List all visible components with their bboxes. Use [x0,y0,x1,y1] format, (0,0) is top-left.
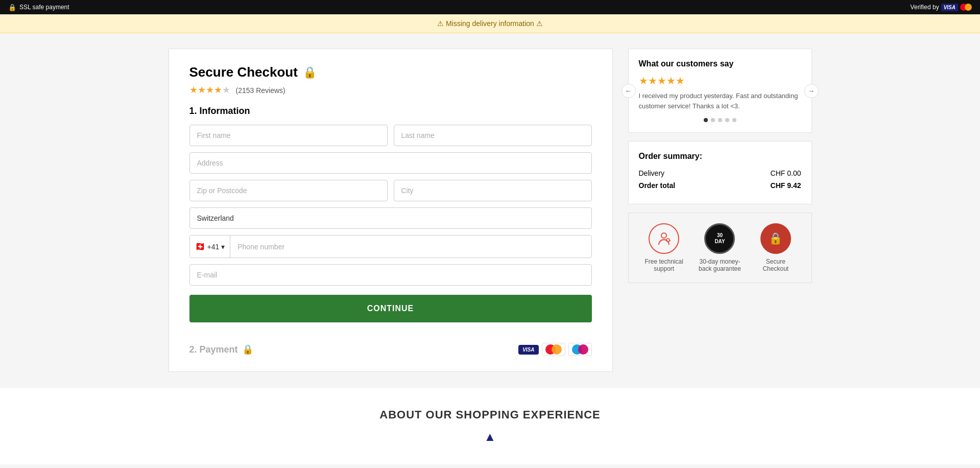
badge-support: Free technical support [641,223,687,272]
warning-banner: ⚠ Missing delivery information ⚠ [0,14,980,33]
order-summary-title: Order summary: [639,152,801,161]
verified-container: Verified by VISA [911,4,972,11]
ssl-label: SSL safe payment [19,4,69,11]
payment-cards: VISA [518,343,591,356]
about-arrow: ▲ [10,430,970,444]
right-arrow-icon: → [808,87,815,95]
continue-button[interactable]: CONTINUE [189,295,592,322]
verified-label: Verified by [911,4,939,11]
delivery-value: CHF 0.00 [771,169,801,177]
total-row: Order total CHF 9.42 [639,181,801,190]
dot-3[interactable] [718,118,722,122]
ssl-label-container: 🔒 SSL safe payment [8,4,69,11]
review-stars: ★★★★★ [639,75,801,87]
phone-dropdown-icon: ▾ [221,243,225,251]
order-summary: Order summary: Delivery CHF 0.00 Order t… [628,141,812,204]
badge-guarantee-label: 30-day money-back guarantee [697,258,743,272]
checkout-title-container: Secure Checkout 🔒 [189,64,592,80]
main-layout: Secure Checkout 🔒 ★★★★★ (2153 Reviews) 1… [158,33,822,387]
name-row [189,125,592,146]
about-section: ABOUT OUR SHOPPING EXPERIENCE ▲ [0,387,980,464]
mastercard-icon [542,343,565,356]
dot-4[interactable] [725,118,729,122]
country-input[interactable] [189,207,592,229]
svg-point-0 [661,233,666,238]
mastercard-logo [960,4,972,11]
badge-secure: 🔒 Secure Checkout [753,223,799,272]
top-bar: 🔒 SSL safe payment Verified by VISA [0,0,980,14]
prev-review-button[interactable]: ← [622,84,636,98]
total-value: CHF 9.42 [771,181,801,190]
email-row [189,264,592,286]
flag-icon: 🇨🇭 [195,242,205,251]
about-title: ABOUT OUR SHOPPING EXPERIENCE [10,408,970,422]
address-row [189,152,592,174]
badge-support-label: Free technical support [641,258,687,272]
reviews-card: What our customers say ★★★★★ I received … [628,49,812,133]
review-dots [639,118,801,122]
rating-stars-container: ★★★★★ (2153 Reviews) [189,84,592,96]
form-section: Secure Checkout 🔒 ★★★★★ (2153 Reviews) 1… [169,49,613,372]
checkout-title-text: Secure Checkout [189,64,298,80]
trust-badges: Free technical support 30DAY 30-day mone… [628,213,812,283]
section1-title: 1. Information [189,106,592,116]
star-rating: ★★★★★ [189,85,230,95]
ssl-lock-icon: 🔒 [8,4,16,11]
payment-title: 2. Payment 🔒 [189,344,253,355]
left-arrow-icon: ← [625,87,632,95]
zip-input[interactable] [189,180,388,201]
payment-lock-icon: 🔒 [242,344,253,355]
reviews-count: (2153 Reviews) [236,86,285,95]
maestro-icon [568,343,592,356]
support-icon [649,223,679,254]
reviews-card-title: What our customers say [639,59,801,68]
warning-message: ⚠ Missing delivery information ⚠ [437,19,543,28]
email-input[interactable] [189,264,592,286]
badge-guarantee: 30DAY 30-day money-back guarantee [697,223,743,272]
sidebar: What our customers say ★★★★★ I received … [628,49,812,372]
dot-1[interactable] [704,118,708,122]
address-input[interactable] [189,152,592,174]
visa-card-icon: VISA [518,345,538,355]
payment-section: 2. Payment 🔒 VISA [189,343,592,356]
dot-5[interactable] [732,118,736,122]
badge-secure-label: Secure Checkout [753,258,799,272]
phone-prefix-selector[interactable]: 🇨🇭 +41 ▾ [190,236,231,258]
secure-icon: 🔒 [760,223,791,254]
delivery-label: Delivery [639,169,665,177]
guarantee-icon: 30DAY [704,223,735,254]
visa-logo: VISA [941,4,958,11]
first-name-input[interactable] [189,125,388,146]
next-review-button[interactable]: → [804,84,819,98]
phone-code: +41 [207,243,220,251]
phone-row: 🇨🇭 +41 ▾ [189,235,592,258]
zip-city-row [189,180,592,201]
dot-2[interactable] [711,118,715,122]
country-row [189,207,592,229]
payment-title-text: 2. Payment [189,344,238,355]
checkout-lock-icon: 🔒 [303,66,317,79]
phone-input[interactable] [230,237,591,257]
review-text: I received my product yesterday. Fast an… [639,91,801,111]
last-name-input[interactable] [394,125,592,146]
total-label: Order total [639,181,676,190]
delivery-row: Delivery CHF 0.00 [639,169,801,177]
city-input[interactable] [394,180,592,201]
